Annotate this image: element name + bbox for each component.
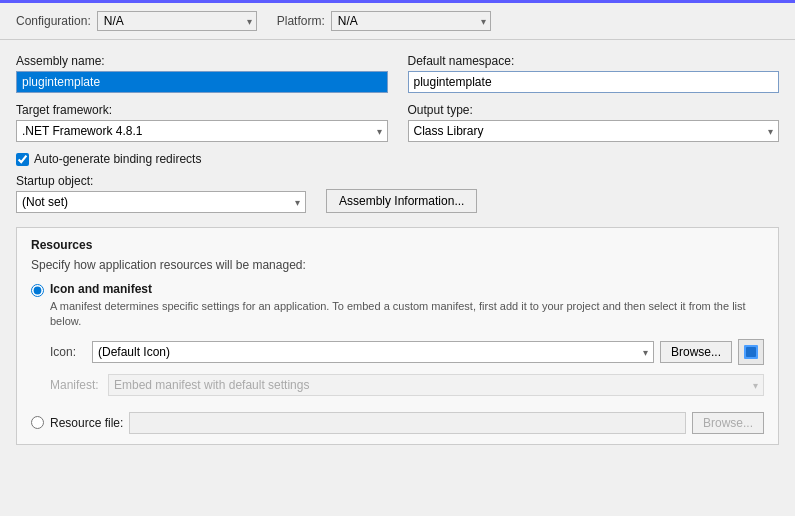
icon-label: Icon:: [50, 345, 86, 359]
auto-generate-label[interactable]: Auto-generate binding redirects: [34, 152, 201, 166]
assembly-name-label: Assembly name:: [16, 54, 388, 68]
configuration-select[interactable]: N/A: [97, 11, 257, 31]
configuration-label: Configuration:: [16, 14, 91, 28]
resource-file-radio[interactable]: [31, 416, 44, 429]
icon-select[interactable]: (Default Icon): [92, 341, 654, 363]
manifest-label: Manifest:: [50, 378, 102, 392]
resource-file-label[interactable]: Resource file:: [50, 416, 123, 430]
main-content: Assembly name: Default namespace: Target…: [0, 40, 795, 459]
icon-preview: [738, 339, 764, 365]
icon-manifest-radio[interactable]: [31, 284, 44, 297]
manifest-select: Embed manifest with default settings: [108, 374, 764, 396]
resource-browse-button: Browse...: [692, 412, 764, 434]
default-namespace-input[interactable]: [408, 71, 780, 93]
svg-rect-1: [746, 347, 756, 357]
assembly-information-button[interactable]: Assembly Information...: [326, 189, 477, 213]
icon-manifest-desc: A manifest determines specific settings …: [50, 299, 764, 330]
output-type-label: Output type:: [408, 103, 780, 117]
icon-browse-button[interactable]: Browse...: [660, 341, 732, 363]
platform-select[interactable]: N/A: [331, 11, 491, 31]
default-namespace-label: Default namespace:: [408, 54, 780, 68]
target-framework-select[interactable]: .NET Framework 4.8.1: [16, 120, 388, 142]
output-type-select[interactable]: Class Library: [408, 120, 780, 142]
assembly-name-input[interactable]: [16, 71, 388, 93]
platform-label: Platform:: [277, 14, 325, 28]
startup-object-label: Startup object:: [16, 174, 306, 188]
resources-title: Resources: [31, 238, 764, 252]
target-framework-label: Target framework:: [16, 103, 388, 117]
resource-file-input: [129, 412, 686, 434]
icon-manifest-label[interactable]: Icon and manifest: [50, 282, 764, 296]
startup-object-select[interactable]: (Not set): [16, 191, 306, 213]
resources-section: Resources Specify how application resour…: [16, 227, 779, 445]
top-bar: Configuration: N/A Platform: N/A: [0, 3, 795, 40]
resources-description: Specify how application resources will b…: [31, 258, 764, 272]
auto-generate-checkbox[interactable]: [16, 153, 29, 166]
auto-generate-row: Auto-generate binding redirects: [16, 152, 779, 166]
